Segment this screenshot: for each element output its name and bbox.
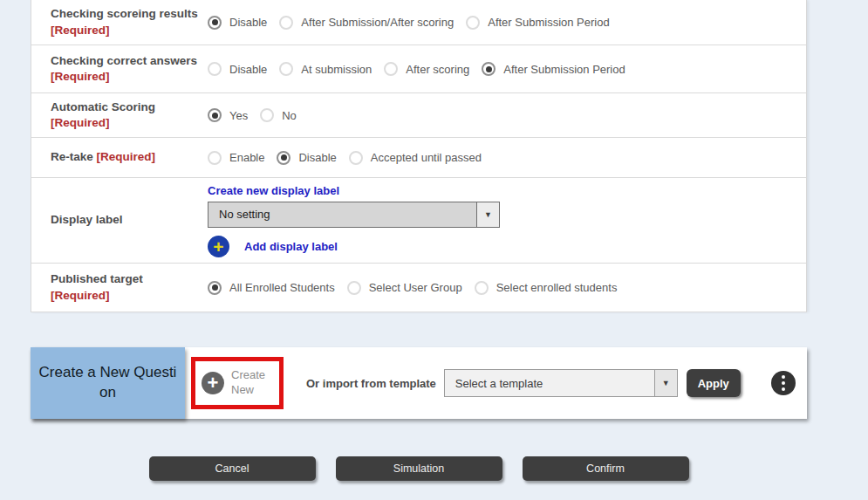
radio-group: Disable After Submission/After scoring A… [208,16,806,30]
radio-label: Disable [229,63,267,76]
display-label-select[interactable]: No setting ▼ [208,202,500,228]
radio-label: After Submission/After scoring [301,16,454,29]
radio-option[interactable]: At submission [279,62,372,76]
radio-icon[interactable] [466,16,480,30]
radio-icon[interactable] [260,108,274,122]
radio-label: Select User Group [369,281,462,294]
radio-group: Enable Disable Accepted until passed [208,151,806,165]
radio-group: All Enrolled Students Select User Group … [208,281,806,295]
radio-icon[interactable] [208,151,222,165]
radio-option[interactable]: All Enrolled Students [208,281,335,295]
radio-option[interactable]: Disable [208,16,267,30]
plus-icon[interactable]: + [202,372,224,394]
row-label-text: Automatic Scoring [51,100,155,113]
row-label: Re-take [Required] [31,149,208,165]
form-row-automatic-scoring: Automatic Scoring [Required] Yes No [31,93,806,138]
radio-icon[interactable] [482,62,496,76]
plus-icon[interactable]: + [208,236,229,257]
radio-label: Accepted until passed [371,151,482,164]
radio-group: Disable At submission After scoring Afte… [208,62,806,76]
row-label-text: Checking scoreing results [51,7,198,20]
kebab-menu-icon[interactable] [771,371,796,395]
create-question-section: Create a New Question + Create New Or im… [31,347,807,419]
confirm-button[interactable]: Confirm [523,456,689,481]
radio-option[interactable]: Select User Group [347,281,462,295]
radio-option[interactable]: After Submission Period [482,62,625,76]
radio-icon[interactable] [208,108,222,122]
row-label: Checking scoreing results [Required] [31,6,208,38]
row-label: Display label [31,212,208,228]
radio-label: No [282,109,297,122]
form-row-published-target: Published target [Required] All Enrolled… [31,264,806,312]
add-display-label-button[interactable]: + Add display label [208,236,500,257]
radio-label: Select enrolled students [496,281,618,294]
radio-label: At submission [301,63,372,76]
radio-option[interactable]: Enable [208,151,264,165]
footer-actions: Cancel Simulation Confirm [31,456,807,481]
form-row-checking-correct-answers: Checking correct answers [Required] Disa… [31,45,806,93]
required-badge: [Required] [51,70,110,83]
apply-button[interactable]: Apply [687,369,741,397]
row-label-text: Display label [51,213,123,226]
import-from-template-label: Or import from template [306,377,436,390]
create-new-button-label: Create New [231,368,271,398]
radio-option[interactable]: After scoring [384,62,469,76]
row-label-text: Published target [51,272,143,285]
form-row-retake: Re-take [Required] Enable Disable Accept… [31,138,806,178]
radio-option[interactable]: Disable [208,62,267,76]
radio-group: Yes No [208,108,806,122]
radio-option[interactable]: No [260,108,297,122]
radio-label: Disable [229,16,267,29]
create-new-button-highlight[interactable]: + Create New [191,357,284,409]
cancel-button[interactable]: Cancel [149,456,316,481]
radio-icon[interactable] [279,62,293,76]
radio-label: After Submission Period [488,16,609,29]
radio-option[interactable]: Select enrolled students [475,281,618,295]
create-new-display-label-link[interactable]: Create new display label [208,184,500,197]
row-label: Checking correct answers [Required] [31,53,208,85]
radio-label: After Submission Period [503,63,625,76]
radio-icon[interactable] [277,151,290,165]
radio-label: Yes [229,109,248,122]
row-label-text: Re-take [51,150,93,163]
template-select[interactable]: Select a template ▼ [444,369,678,397]
form-row-checking-scoring-results: Checking scoreing results [Required] Dis… [31,0,806,45]
radio-option[interactable]: Disable [277,151,336,165]
radio-icon[interactable] [208,62,222,76]
section-title-box: Create a New Question [31,347,185,419]
required-badge: [Required] [51,289,110,302]
radio-icon[interactable] [208,16,222,30]
simulation-button[interactable]: Simulation [336,456,502,481]
settings-form-card: Checking scoreing results [Required] Dis… [31,0,807,312]
display-label-select-value: No setting [208,202,476,227]
radio-label: All Enrolled Students [229,281,335,294]
radio-icon[interactable] [475,281,489,295]
radio-icon[interactable] [349,151,363,165]
radio-icon[interactable] [384,62,398,76]
chevron-down-icon[interactable]: ▼ [476,202,499,227]
form-row-display-label: Display label Create new display label N… [31,178,806,264]
add-display-label-text: Add display label [244,240,338,253]
radio-option[interactable]: After Submission/After scoring [279,16,454,30]
required-badge: [Required] [97,150,156,163]
radio-label: Enable [229,151,264,164]
required-badge: [Required] [51,24,110,37]
display-label-content: Create new display label No setting ▼ + … [208,184,806,257]
radio-option[interactable]: After Submission Period [466,16,609,30]
radio-icon[interactable] [279,16,293,30]
row-label: Published target [Required] [31,271,208,303]
radio-icon[interactable] [208,281,222,295]
radio-option[interactable]: Accepted until passed [349,151,482,165]
required-badge: [Required] [51,116,110,129]
row-label-text: Checking correct answers [51,54,197,67]
template-select-value: Select a template [445,370,654,396]
chevron-down-icon[interactable]: ▼ [654,370,677,396]
radio-label: After scoring [406,63,469,76]
radio-icon[interactable] [347,281,361,295]
radio-option[interactable]: Yes [208,108,248,122]
section-title: Create a New Question [39,363,177,403]
radio-label: Disable [298,151,336,164]
row-label: Automatic Scoring [Required] [31,99,208,131]
